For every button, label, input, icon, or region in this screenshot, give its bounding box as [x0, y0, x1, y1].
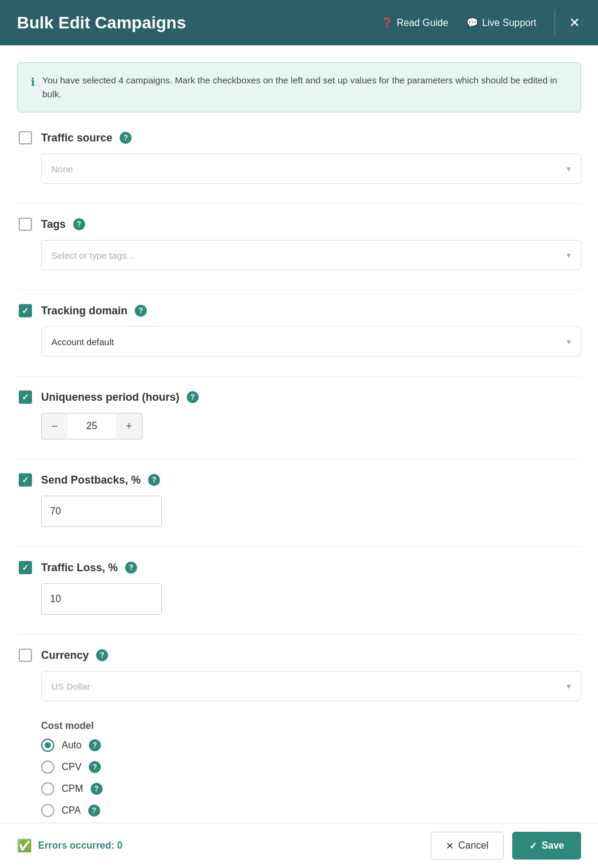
auto-help-icon[interactable]: ?	[89, 739, 101, 751]
divider-1	[17, 203, 581, 204]
traffic-source-input-wrap: None ▾	[41, 154, 581, 184]
stepper-minus-button[interactable]: −	[41, 413, 68, 439]
traffic-source-help-icon[interactable]: ?	[120, 132, 132, 144]
tracking-domain-checkbox-wrap[interactable]	[17, 302, 34, 319]
modal-footer: ✅ Errors occurred: 0 ✕ Cancel ✓ Save	[0, 823, 598, 868]
send-postbacks-label: Send Postbacks, %	[41, 474, 141, 487]
uniqueness-period-input[interactable]	[68, 413, 116, 439]
tags-help-icon[interactable]: ?	[73, 218, 85, 230]
traffic-loss-input[interactable]	[42, 584, 162, 614]
radio-cpv-circle[interactable]	[41, 760, 54, 774]
cpa-help-icon[interactable]: ?	[88, 805, 100, 817]
traffic-loss-checkbox[interactable]	[19, 561, 32, 574]
modal-body: ℹ You have selected 4 campaigns. Mark th…	[0, 45, 598, 868]
traffic-source-section: Traffic source ? None ▾	[17, 129, 581, 190]
traffic-loss-input-group: %	[41, 583, 162, 615]
divider-6	[17, 634, 581, 635]
tracking-domain-label: Tracking domain	[41, 305, 127, 317]
currency-header: Currency ?	[17, 647, 581, 664]
cost-model-section: Cost model Auto ? CPV ? CPM ?	[17, 721, 581, 839]
radio-cpv[interactable]: CPV ?	[41, 760, 581, 774]
info-text: You have selected 4 campaigns. Mark the …	[42, 74, 567, 101]
uniqueness-period-checkbox-wrap[interactable]	[17, 389, 34, 406]
bulk-edit-modal: Bulk Edit Campaigns ❓ Read Guide 💬 Live …	[0, 0, 598, 868]
divider-5	[17, 546, 581, 547]
uniqueness-period-help-icon[interactable]: ?	[187, 391, 199, 403]
stepper-plus-button[interactable]: +	[116, 413, 143, 439]
radio-auto[interactable]: Auto ?	[41, 739, 581, 752]
uniqueness-period-label: Uniqueness period (hours)	[41, 391, 179, 404]
currency-select[interactable]: US Dollar ▾	[41, 671, 581, 701]
traffic-loss-help-icon[interactable]: ?	[125, 562, 137, 574]
tracking-domain-select[interactable]: Account default ▾	[41, 326, 581, 357]
radio-cpa-label: CPA	[62, 805, 81, 816]
tags-select[interactable]: Select or type tags... ▾	[41, 240, 581, 270]
uniqueness-period-header: Uniqueness period (hours) ?	[17, 389, 581, 406]
send-postbacks-checkbox[interactable]	[19, 473, 32, 487]
traffic-source-checkbox[interactable]	[19, 131, 32, 144]
radio-auto-label: Auto	[62, 740, 82, 751]
chevron-down-icon: ▾	[567, 337, 571, 346]
tags-section: Tags ? Select or type tags... ▾	[17, 216, 581, 276]
radio-cpa-circle[interactable]	[41, 804, 54, 817]
uniqueness-period-stepper: − +	[41, 413, 581, 439]
radio-cpa[interactable]: CPA ?	[41, 804, 581, 817]
footer-actions: ✕ Cancel ✓ Save	[431, 832, 581, 860]
send-postbacks-checkbox-wrap[interactable]	[17, 471, 34, 488]
cancel-button[interactable]: ✕ Cancel	[431, 832, 504, 860]
divider-2	[17, 290, 581, 290]
divider-4	[17, 459, 581, 459]
currency-label: Currency	[41, 649, 89, 662]
traffic-loss-input-wrap: %	[41, 583, 581, 615]
tags-placeholder: Select or type tags...	[51, 250, 134, 261]
send-postbacks-input-wrap: %	[41, 496, 581, 527]
divider-3	[17, 376, 581, 377]
traffic-loss-header: Traffic Loss, % ?	[17, 559, 581, 576]
traffic-source-select[interactable]: None ▾	[41, 154, 581, 184]
header-links: ❓ Read Guide 💬 Live Support	[381, 17, 536, 28]
currency-input-wrap: US Dollar ▾	[41, 671, 581, 701]
radio-auto-circle[interactable]	[41, 739, 54, 752]
close-button[interactable]: ✕	[555, 10, 581, 36]
live-support-link[interactable]: 💬 Live Support	[466, 17, 536, 28]
uniqueness-period-checkbox[interactable]	[19, 390, 32, 404]
info-box: ℹ You have selected 4 campaigns. Mark th…	[17, 62, 581, 112]
traffic-loss-label: Traffic Loss, %	[41, 562, 118, 574]
tags-checkbox-wrap[interactable]	[17, 216, 34, 233]
currency-checkbox[interactable]	[19, 649, 32, 662]
radio-cpm-label: CPM	[62, 783, 83, 794]
info-icon: ℹ	[31, 74, 35, 91]
save-button[interactable]: ✓ Save	[512, 832, 581, 860]
send-postbacks-help-icon[interactable]: ?	[148, 474, 160, 486]
tags-checkbox[interactable]	[19, 218, 32, 231]
uniqueness-period-input-wrap: − +	[41, 413, 581, 439]
modal-header: Bulk Edit Campaigns ❓ Read Guide 💬 Live …	[0, 0, 598, 45]
radio-cpm[interactable]: CPM ?	[41, 782, 581, 795]
tracking-domain-section: Tracking domain ? Account default ▾	[17, 302, 581, 363]
traffic-loss-checkbox-wrap[interactable]	[17, 559, 34, 576]
send-postbacks-header: Send Postbacks, % ?	[17, 471, 581, 488]
tracking-domain-help-icon[interactable]: ?	[135, 305, 147, 317]
traffic-source-checkbox-wrap[interactable]	[17, 129, 34, 146]
tracking-domain-input-wrap: Account default ▾	[41, 326, 581, 357]
cpv-help-icon[interactable]: ?	[89, 761, 101, 773]
send-postbacks-input-group: %	[41, 496, 162, 527]
status-check-icon: ✅	[17, 838, 32, 853]
chevron-down-icon: ▾	[567, 164, 571, 173]
radio-cpv-label: CPV	[62, 762, 82, 772]
chevron-down-icon: ▾	[567, 250, 571, 260]
save-check-icon: ✓	[529, 840, 537, 852]
read-guide-link[interactable]: ❓ Read Guide	[381, 17, 448, 28]
traffic-source-value: None	[51, 164, 73, 174]
currency-help-icon[interactable]: ?	[96, 649, 108, 661]
currency-placeholder: US Dollar	[51, 681, 90, 691]
chat-icon: 💬	[466, 17, 478, 28]
modal-title: Bulk Edit Campaigns	[17, 13, 381, 33]
currency-checkbox-wrap[interactable]	[17, 647, 34, 664]
radio-cpm-circle[interactable]	[41, 782, 54, 795]
tracking-domain-checkbox[interactable]	[19, 304, 32, 317]
cpm-help-icon[interactable]: ?	[91, 783, 103, 795]
send-postbacks-input[interactable]	[42, 496, 162, 526]
cancel-x-icon: ✕	[446, 840, 454, 852]
send-postbacks-section: Send Postbacks, % ? %	[17, 471, 581, 533]
